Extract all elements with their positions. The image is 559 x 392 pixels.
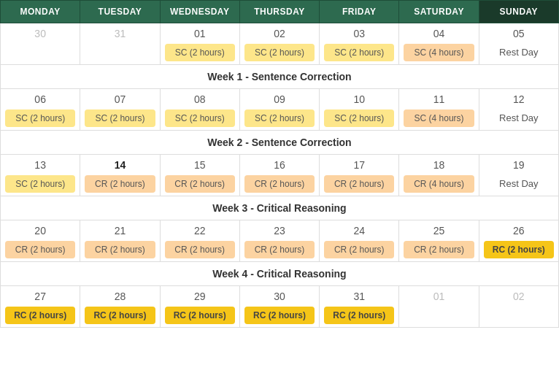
day-number: 30	[5, 26, 75, 42]
event-pill: CR (2 hours)	[165, 175, 235, 193]
day-number: 04	[404, 26, 474, 42]
day-cell: 23CR (2 hours)	[239, 220, 319, 262]
event-pill: SC (2 hours)	[5, 109, 75, 127]
event-pill: SC (4 hours)	[404, 44, 474, 61]
event-pill: SC (4 hours)	[404, 109, 474, 127]
day-cell: 29RC (2 hours)	[160, 286, 239, 328]
day-number: 30	[244, 289, 315, 305]
day-cell: 19Rest Day	[479, 155, 558, 196]
rest-day-label: Rest Day	[484, 42, 554, 58]
day-number: 16	[244, 158, 315, 174]
day-number: 23	[244, 223, 315, 239]
day-number: 10	[324, 92, 394, 108]
event-pill: CR (2 hours)	[85, 175, 155, 193]
day-cell: 03SC (2 hours)	[320, 23, 399, 65]
column-header-sunday: SUNDAY	[479, 1, 558, 23]
day-cell: 04SC (4 hours)	[399, 23, 479, 65]
day-cell: 07SC (2 hours)	[80, 89, 160, 131]
day-number: 01	[404, 289, 474, 305]
event-pill: SC (2 hours)	[85, 109, 155, 127]
day-number: 13	[5, 158, 75, 174]
day-cell: 20CR (2 hours)	[1, 220, 80, 262]
day-cell: 22CR (2 hours)	[160, 220, 239, 262]
week-row-4: 27RC (2 hours)28RC (2 hours)29RC (2 hour…	[1, 286, 559, 328]
day-cell: 18CR (4 hours)	[399, 155, 479, 196]
day-number: 02	[244, 26, 315, 42]
day-number: 29	[165, 289, 235, 305]
event-pill: RC (2 hours)	[324, 307, 394, 324]
column-header-friday: FRIDAY	[320, 1, 399, 23]
day-number: 31	[324, 289, 394, 305]
column-header-monday: MONDAY	[1, 1, 80, 23]
event-pill: SC (2 hours)	[324, 109, 394, 127]
rest-day-label: Rest Day	[484, 174, 554, 189]
week-label: Week 2 - Sentence Correction	[1, 131, 559, 155]
event-pill: SC (2 hours)	[244, 44, 315, 61]
event-pill: RC (2 hours)	[5, 307, 75, 324]
day-cell: 24CR (2 hours)	[320, 220, 399, 262]
column-header-saturday: SATURDAY	[399, 1, 479, 23]
week-label-row-4: Week 4 - Critical Reasoning	[1, 262, 559, 286]
day-cell: 02	[479, 286, 558, 328]
event-pill: SC (2 hours)	[165, 44, 235, 61]
week-label-row-1: Week 1 - Sentence Correction	[1, 65, 559, 89]
day-cell: 13SC (2 hours)	[1, 155, 80, 196]
day-number: 11	[404, 92, 474, 108]
day-number: 14	[85, 158, 155, 174]
day-cell: 30RC (2 hours)	[239, 286, 319, 328]
day-cell: 09SC (2 hours)	[239, 89, 319, 131]
event-pill: CR (4 hours)	[404, 175, 474, 193]
day-cell: 05Rest Day	[479, 23, 558, 65]
week-label: Week 4 - Critical Reasoning	[1, 262, 559, 286]
event-pill: RC (2 hours)	[244, 307, 315, 324]
day-cell: 12Rest Day	[479, 89, 558, 131]
day-cell: 01SC (2 hours)	[160, 23, 239, 65]
day-cell: 17CR (2 hours)	[320, 155, 399, 196]
week-label-row-3: Week 3 - Critical Reasoning	[1, 196, 559, 220]
day-number: 12	[484, 92, 554, 108]
day-cell: 15CR (2 hours)	[160, 155, 239, 196]
event-pill: CR (2 hours)	[5, 241, 75, 258]
event-pill: CR (2 hours)	[85, 241, 155, 258]
day-number: 26	[484, 223, 554, 239]
week-label: Week 1 - Sentence Correction	[1, 65, 559, 89]
day-number: 27	[5, 289, 75, 305]
week-row-0: 303101SC (2 hours)02SC (2 hours)03SC (2 …	[1, 23, 559, 65]
day-number: 19	[484, 158, 554, 174]
event-pill: CR (2 hours)	[244, 175, 315, 193]
day-number: 24	[324, 223, 394, 239]
day-cell: 14CR (2 hours)	[80, 155, 160, 196]
day-cell: 01	[399, 286, 479, 328]
day-number: 01	[165, 26, 235, 42]
rest-day-label: Rest Day	[484, 108, 554, 123]
event-pill: CR (2 hours)	[165, 241, 235, 258]
day-number: 25	[404, 223, 474, 239]
day-cell: 21CR (2 hours)	[80, 220, 160, 262]
day-cell: 16CR (2 hours)	[239, 155, 319, 196]
day-number: 18	[404, 158, 474, 174]
event-pill: SC (2 hours)	[244, 109, 315, 127]
day-cell: 10SC (2 hours)	[320, 89, 399, 131]
day-number: 28	[85, 289, 155, 305]
day-number: 06	[5, 92, 75, 108]
day-number: 02	[484, 289, 554, 305]
day-number: 05	[484, 26, 554, 42]
event-pill: RC (2 hours)	[165, 307, 235, 324]
event-pill: CR (2 hours)	[404, 241, 474, 258]
day-number: 22	[165, 223, 235, 239]
column-header-wednesday: WEDNESDAY	[160, 1, 239, 23]
column-header-tuesday: TUESDAY	[80, 1, 160, 23]
day-cell: 31	[80, 23, 160, 65]
day-number: 21	[85, 223, 155, 239]
event-pill: SC (2 hours)	[5, 175, 75, 193]
day-cell: 02SC (2 hours)	[239, 23, 319, 65]
day-number: 07	[85, 92, 155, 108]
column-header-thursday: THURSDAY	[239, 1, 319, 23]
week-label-row-2: Week 2 - Sentence Correction	[1, 131, 559, 155]
day-cell: 28RC (2 hours)	[80, 286, 160, 328]
event-pill: CR (2 hours)	[324, 241, 394, 258]
day-number: 17	[324, 158, 394, 174]
day-cell: 27RC (2 hours)	[1, 286, 80, 328]
event-pill: CR (2 hours)	[324, 175, 394, 193]
event-pill: SC (2 hours)	[324, 44, 394, 61]
